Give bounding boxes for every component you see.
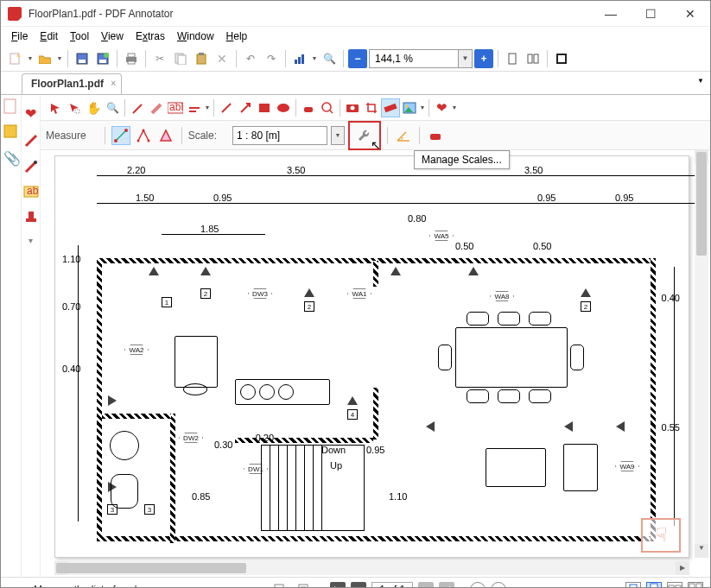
pan-tool-icon[interactable]: ✋ (84, 98, 103, 117)
document-tab-active[interactable]: FloorPlan1.pdf × (22, 73, 122, 94)
maximize-button[interactable]: ☐ (631, 1, 670, 27)
lasso-tool-icon[interactable] (65, 98, 84, 117)
layout-two-page-icon[interactable] (667, 582, 682, 589)
line-tool-icon[interactable] (217, 98, 236, 117)
zoom-tool-icon[interactable]: 🔍 (103, 98, 122, 117)
fav-pen-red-icon[interactable] (24, 134, 38, 148)
dim-label: 0.95 (615, 193, 633, 203)
page-last-button[interactable]: ▶| (439, 582, 454, 589)
redo-icon[interactable]: ↷ (262, 49, 281, 68)
scale-input[interactable]: 1 : 80 [m] (232, 126, 327, 145)
blank-page-icon[interactable] (3, 98, 19, 114)
cut-icon[interactable]: ✂ (150, 49, 169, 68)
menu-window[interactable]: Window (172, 28, 219, 44)
save-icon[interactable] (73, 49, 92, 68)
eraser-tool-icon[interactable] (299, 98, 318, 117)
svg-rect-48 (630, 585, 637, 589)
undo-icon[interactable]: ↶ (241, 49, 260, 68)
vertical-scrollbar[interactable]: ▲ ▼ (695, 150, 708, 558)
page-number-input[interactable]: 1 of 1 (371, 582, 413, 589)
page-prev-button[interactable]: ◀ (351, 582, 366, 589)
open-icon[interactable] (35, 49, 54, 68)
menu-extras[interactable]: Extras (130, 28, 170, 44)
new-doc-icon[interactable] (6, 49, 25, 68)
tabs-more-icon[interactable]: ▼ (695, 77, 707, 89)
attachment-icon[interactable]: 📎 (3, 150, 19, 166)
page-next-button[interactable]: ▶ (418, 582, 434, 589)
layout-two-continuous-icon[interactable] (688, 582, 703, 589)
manage-scales-button[interactable]: ↖ (348, 121, 381, 150)
fav-stamp-icon[interactable] (24, 210, 38, 224)
save-as-icon[interactable] (93, 49, 112, 68)
erase-area-icon[interactable] (318, 98, 337, 117)
favorite-dropdown[interactable]: ▼ (451, 104, 458, 111)
document-canvas[interactable]: 2.20 3.50 3.50 1.50 0.95 0.80 0.95 0.95 … (41, 150, 710, 577)
menu-file[interactable]: File (6, 28, 33, 44)
minimize-button[interactable]: — (591, 1, 631, 27)
zoom-in-button[interactable]: + (474, 49, 493, 68)
menu-view[interactable]: View (96, 28, 129, 44)
measure-distance-icon[interactable] (111, 126, 130, 145)
marker-tool-icon[interactable] (147, 98, 166, 117)
zoom-dropdown-icon[interactable]: ▼ (458, 50, 472, 67)
menu-edit[interactable]: Edit (35, 28, 63, 44)
copy-icon[interactable] (171, 49, 190, 68)
scale-dropdown[interactable]: ▼ (331, 126, 345, 145)
page-thumb2-icon[interactable] (294, 580, 313, 589)
rect-tool-icon[interactable] (255, 98, 274, 117)
pointer-tool-icon[interactable] (46, 98, 65, 117)
image-dropdown[interactable]: ▼ (419, 104, 426, 111)
snapshot-tool-icon[interactable] (343, 98, 362, 117)
single-page-icon[interactable] (503, 49, 522, 68)
fullscreen-icon[interactable] (552, 49, 571, 68)
menu-help[interactable]: Help (221, 28, 253, 44)
text-dropdown[interactable]: ▼ (204, 104, 211, 111)
svg-rect-47 (299, 585, 308, 589)
favorite-tool-icon[interactable]: ❤ (432, 98, 451, 117)
print-icon[interactable] (122, 49, 141, 68)
measure-area-icon[interactable] (156, 126, 175, 145)
fav-heart-icon[interactable]: ❤ (25, 105, 36, 122)
crop-tool-icon[interactable] (362, 98, 381, 117)
touch-mode-icon[interactable]: ☟ (641, 518, 681, 553)
svg-rect-54 (696, 584, 701, 589)
image-tool-icon[interactable] (400, 98, 419, 117)
search-icon[interactable]: 🔍 (320, 49, 339, 68)
ellipse-tool-icon[interactable] (274, 98, 293, 117)
measure-perimeter-icon[interactable] (134, 126, 153, 145)
svg-rect-12 (199, 53, 204, 55)
delete-icon[interactable]: ✕ (213, 49, 232, 68)
paste-icon[interactable] (192, 49, 211, 68)
measure-eraser-icon[interactable] (426, 126, 445, 145)
measure-tool-icon[interactable] (381, 98, 400, 117)
angle-snap-icon[interactable] (394, 126, 413, 145)
find-dropdown[interactable]: ▼ (311, 55, 318, 61)
zoom-input[interactable]: 144,1 % ▼ (369, 49, 473, 68)
fav-textbox-icon[interactable]: abI (23, 186, 39, 198)
arrow-tool-icon[interactable] (236, 98, 255, 117)
text-highlight-icon[interactable] (185, 98, 204, 117)
text-tool-icon[interactable]: abI (166, 98, 185, 117)
layout-single-icon[interactable] (625, 582, 641, 589)
fav-chevron-down-icon[interactable]: ▾ (29, 236, 33, 245)
yellow-note-icon[interactable] (3, 124, 19, 140)
dim-label: 1.85 (200, 224, 219, 234)
pen-tool-icon[interactable] (128, 98, 147, 117)
menu-tool[interactable]: Tool (65, 28, 94, 44)
find-icon[interactable] (290, 49, 309, 68)
zoom-out-button[interactable]: − (348, 49, 367, 68)
svg-rect-2 (79, 60, 86, 63)
two-page-icon[interactable] (524, 49, 543, 68)
page-thumb1-icon[interactable] (270, 580, 289, 589)
nav-fwd-button[interactable]: → (491, 582, 506, 589)
horizontal-scrollbar[interactable]: ◀ ▶ (54, 561, 689, 575)
tab-close-icon[interactable]: × (111, 79, 116, 88)
new-doc-dropdown[interactable]: ▼ (27, 55, 34, 61)
page-first-button[interactable]: |◀ (330, 582, 346, 589)
nav-back-button[interactable]: ← (470, 582, 486, 589)
layout-continuous-icon[interactable] (646, 582, 662, 589)
svg-point-43 (142, 129, 144, 131)
close-button[interactable]: ✕ (670, 1, 710, 27)
open-dropdown[interactable]: ▼ (56, 55, 63, 61)
fav-pen2-icon[interactable] (24, 160, 38, 174)
